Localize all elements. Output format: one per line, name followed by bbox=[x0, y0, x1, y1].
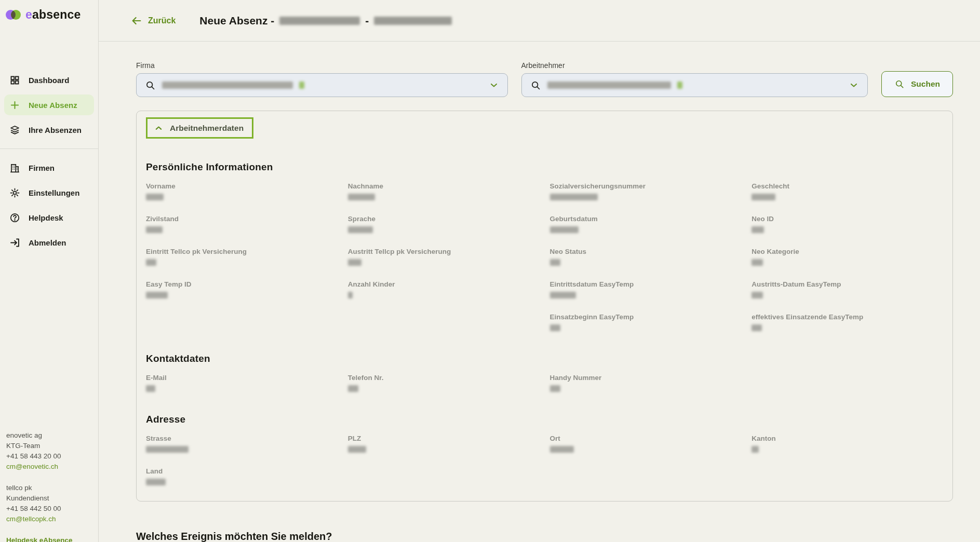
contact-block: enovetic agKTG-Team+41 58 443 20 00cm@en… bbox=[6, 430, 92, 472]
field-empty bbox=[751, 467, 943, 487]
field-vorname: Vorname bbox=[146, 182, 338, 202]
sidebar-item-dashboard[interactable]: Dashboard bbox=[4, 70, 94, 90]
field-value bbox=[751, 445, 943, 455]
back-button[interactable]: Zurück bbox=[131, 15, 176, 26]
arbeitnehmer-field-group: Arbeitnehmer bbox=[521, 61, 868, 97]
search-form-row: Firma Arbeitnehmer bbox=[136, 61, 953, 97]
field-value bbox=[348, 291, 540, 301]
arbeitnehmer-select[interactable] bbox=[521, 73, 868, 97]
field-label: PLZ bbox=[348, 435, 540, 442]
redacted-employee-name bbox=[279, 17, 360, 25]
field-label: Strasse bbox=[146, 435, 338, 442]
field-land: Land bbox=[146, 467, 338, 487]
sidebar-item-firmen[interactable]: Firmen bbox=[4, 157, 94, 178]
contact-email-link[interactable]: cm@tellcopk.ch bbox=[6, 514, 92, 524]
field-handy-nummer: Handy Nummer bbox=[550, 374, 742, 394]
field-geburtsdatum: Geburtsdatum bbox=[550, 215, 742, 235]
field-plz: PLZ bbox=[348, 435, 540, 455]
content: Firma Arbeitnehmer bbox=[99, 42, 980, 542]
fields-grid: VornameNachnameSozialversicherungsnummer… bbox=[146, 182, 943, 333]
helpdesk-eabsence-link[interactable]: Helpdesk eAbsence bbox=[6, 535, 92, 542]
chevron-down-icon bbox=[849, 80, 859, 90]
field-value bbox=[146, 478, 338, 487]
field-value bbox=[550, 259, 742, 268]
field-value bbox=[550, 324, 742, 333]
field-easy-temp-id: Easy Temp ID bbox=[146, 280, 338, 301]
field-label: Vorname bbox=[146, 182, 338, 190]
eabsence-logo-icon bbox=[6, 10, 21, 20]
contact-line: +41 58 442 50 00 bbox=[6, 504, 92, 514]
field-telefon-nr: Telefon Nr. bbox=[348, 374, 540, 394]
field-label: Easy Temp ID bbox=[146, 280, 338, 288]
redacted-value bbox=[751, 292, 763, 299]
field-value bbox=[751, 259, 943, 268]
sidebar-item-label: Neue Absenz bbox=[29, 101, 77, 110]
redacted-value bbox=[146, 226, 163, 233]
sidebar-item-label: Helpdesk bbox=[29, 213, 63, 222]
field-label: effektives Einsatzende EasyTemp bbox=[751, 313, 943, 321]
field-value bbox=[146, 445, 338, 455]
redacted-firma-value bbox=[162, 82, 293, 89]
field-value bbox=[751, 291, 943, 301]
field-value bbox=[550, 445, 742, 455]
field-nachname: Nachname bbox=[348, 182, 540, 202]
field-label: Anzahl Kinder bbox=[348, 280, 540, 288]
page-header: Zurück Neue Absenz - - bbox=[99, 0, 980, 42]
sidebar-item-label: Dashboard bbox=[29, 76, 69, 85]
redacted-value bbox=[348, 259, 361, 266]
app-logo-text: eabsence bbox=[25, 8, 80, 22]
chevron-up-icon bbox=[154, 123, 164, 133]
firma-label: Firma bbox=[136, 61, 508, 70]
sidebar-nav: DashboardNeue AbsenzIhre AbsenzenFirmenE… bbox=[0, 70, 98, 257]
sidebar-item-abmelden[interactable]: Abmelden bbox=[4, 232, 94, 253]
sidebar-item-ihre-absenzen[interactable]: Ihre Absenzen bbox=[4, 119, 94, 140]
field-label: Zivilstand bbox=[146, 215, 338, 223]
field-label: E-Mail bbox=[146, 374, 338, 382]
arrow-left-icon bbox=[131, 15, 142, 26]
field-neo-status: Neo Status bbox=[550, 248, 742, 268]
sidebar-item-helpdesk[interactable]: Helpdesk bbox=[4, 207, 94, 228]
field-einsatzbeginn-easytemp: Einsatzbeginn EasyTemp bbox=[550, 313, 742, 333]
field-label: Geschlecht bbox=[751, 182, 943, 190]
section-title-pers-nliche-informationen: Persönliche Informationen bbox=[146, 161, 943, 173]
redacted-value bbox=[146, 292, 168, 299]
sidebar-item-neue-absenz[interactable]: Neue Absenz bbox=[4, 94, 94, 115]
sidebar-divider bbox=[0, 148, 98, 149]
sidebar: eabsence DashboardNeue AbsenzIhre Absenz… bbox=[0, 0, 99, 542]
search-icon bbox=[145, 80, 156, 91]
redacted-value bbox=[550, 292, 576, 299]
field-empty bbox=[146, 313, 338, 333]
field-value bbox=[348, 445, 540, 455]
main-area: Zurück Neue Absenz - - Firma bbox=[99, 0, 980, 542]
redacted-value bbox=[146, 194, 164, 200]
field-label: Handy Nummer bbox=[550, 374, 742, 382]
contact-email-link[interactable]: cm@enovetic.ch bbox=[6, 462, 92, 472]
redacted-firma-status bbox=[299, 82, 304, 89]
arbeitnehmerdaten-toggle[interactable]: Arbeitnehmerdaten bbox=[146, 117, 253, 139]
field-sprache: Sprache bbox=[348, 215, 540, 235]
firma-select[interactable] bbox=[136, 73, 508, 97]
field-value bbox=[550, 291, 742, 301]
page-title: Neue Absenz - - bbox=[199, 15, 452, 27]
field-value bbox=[751, 226, 943, 235]
field-e-mail: E-Mail bbox=[146, 374, 338, 394]
redacted-value bbox=[751, 324, 762, 331]
field-kanton: Kanton bbox=[751, 435, 943, 455]
field-neo-id: Neo ID bbox=[751, 215, 943, 235]
search-icon bbox=[530, 80, 541, 91]
suchen-button[interactable]: Suchen bbox=[881, 71, 953, 97]
field-label: Telefon Nr. bbox=[348, 374, 540, 382]
redacted-value bbox=[751, 259, 763, 266]
app-logo: eabsence bbox=[0, 0, 98, 22]
field-neo-kategorie: Neo Kategorie bbox=[751, 248, 943, 268]
field-eintrittsdatum-easytemp: Eintrittsdatum EasyTemp bbox=[550, 280, 742, 301]
field-strasse: Strasse bbox=[146, 435, 338, 455]
sidebar-item-einstellungen[interactable]: Einstellungen bbox=[4, 182, 94, 203]
field-value bbox=[348, 259, 540, 268]
field-empty bbox=[348, 467, 540, 487]
field-label: Kanton bbox=[751, 435, 943, 442]
field-label: Land bbox=[146, 467, 338, 475]
field-label: Neo Status bbox=[550, 248, 742, 255]
field-value bbox=[146, 259, 338, 268]
field-empty bbox=[751, 374, 943, 394]
